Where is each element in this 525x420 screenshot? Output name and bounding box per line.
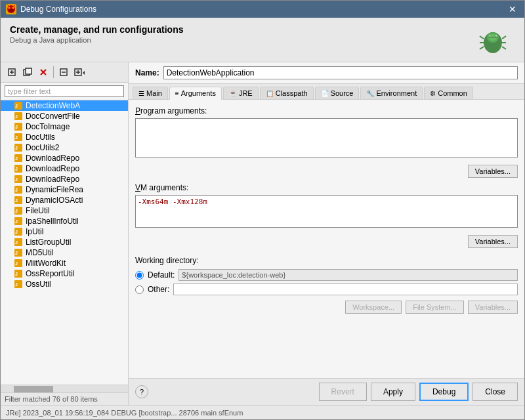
tree-item[interactable]: JMiitWordKit [1,258,128,268]
tab-main[interactable]: ☰ Main [133,87,168,99]
debug-bug-graphic [477,24,509,58]
apply-button[interactable]: Apply [371,383,415,401]
tree-item[interactable]: JIpaShellInfoUtil [1,216,128,226]
clearfix1: Variables... [135,165,518,183]
tree-item-label: OssReportUtil [26,269,75,278]
tree-item-label: DynamicIOSActi [26,196,83,205]
tree-item[interactable]: JDocToImage [1,121,128,132]
collapse-button[interactable] [56,65,71,79]
tree-item[interactable]: JDownloadRepo [1,163,128,174]
svg-text:J: J [15,209,18,213]
environment-tab-icon: 🔧 [366,90,374,97]
java-file-icon: J [14,122,23,131]
jre-tab-label: JRE [239,89,253,97]
close-icon[interactable]: ✕ [506,4,519,14]
vm-args-container [135,195,518,230]
vm-args-underline: V [135,183,140,192]
jre-tab-icon: ☕ [229,90,237,97]
tree-item[interactable]: JDocConvertFile [1,111,128,121]
svg-point-3 [9,9,14,12]
revert-button[interactable]: Revert [319,383,367,401]
classpath-tab-icon: 📋 [266,90,274,97]
filesystem-button[interactable]: File System... [406,301,464,314]
vm-args-textarea[interactable] [135,195,518,228]
bottom-left: ? [135,385,148,398]
tree-item[interactable]: JDetectionWebA [1,100,128,111]
filter-box [1,83,128,100]
tab-common[interactable]: ⚙ Common [424,87,473,99]
debug-button[interactable]: Debug [419,383,469,401]
arguments-tab-icon: ≡ [175,90,179,97]
tree-item[interactable]: JDocUtils [1,132,128,142]
tree-item-label: FileUtil [26,206,50,215]
other-dir-input[interactable] [173,284,518,295]
header-subtitle: Debug a Java application [10,36,184,44]
tree-list[interactable]: JDetectionWebAJDocConvertFileJDocToImage… [1,100,128,385]
delete-button[interactable] [36,65,51,79]
tree-item-label: DownloadRepo [26,154,79,163]
java-file-icon: J [14,133,23,142]
default-radio[interactable] [135,271,144,280]
tree-item[interactable]: JOssUtil [1,279,128,289]
svg-marker-30 [83,71,85,75]
program-args-textarea[interactable] [135,118,518,158]
tab-jre[interactable]: ☕ JRE [223,87,259,99]
tab-source[interactable]: 📄 Source [315,87,360,99]
tree-item-label: DynamicFileRea [26,185,83,194]
title-bar-left: Debug Configurations [6,4,96,14]
close-dialog-button[interactable]: Close [472,383,518,401]
svg-text:J: J [15,240,18,245]
tab-classpath[interactable]: 📋 Classpath [260,87,314,99]
clearfix2: Variables... [135,235,518,253]
tree-item[interactable]: JDownloadRepo [1,174,128,184]
workspace-button[interactable]: Workspace... [345,301,402,314]
java-file-icon: J [14,196,23,205]
tree-item-label: DetectionWebA [26,101,80,110]
tree-horizontal-scrollbar[interactable] [1,385,128,392]
tree-item-label: MiitWordKit [26,259,66,268]
java-file-icon: J [14,280,23,289]
svg-line-13 [502,36,506,39]
filter-status: Filter matched 76 of 80 items [1,392,128,405]
dir-variables-button[interactable]: Variables... [468,301,518,314]
name-input[interactable] [163,66,518,79]
status-bar: JRe] 2023_08_01 19:56:19_084 DEBUG [boot… [1,405,524,419]
svg-text:J: J [15,177,18,182]
status-text: JRe] 2023_08_01 19:56:19_084 DEBUG [boot… [6,409,243,417]
vm-variables-button[interactable]: Variables... [468,235,518,248]
tree-item-label: DocConvertFile [26,112,80,121]
tree-item[interactable]: JMD5Util [1,247,128,258]
java-file-icon: J [14,269,23,278]
java-file-icon: J [14,185,23,194]
tree-item[interactable]: JDynamicIOSActi [1,195,128,205]
tree-item[interactable]: JDynamicFileRea [1,184,128,195]
tree-item-label: MD5Util [26,248,54,257]
program-variables-button[interactable]: Variables... [468,165,518,178]
tree-item[interactable]: JDownloadRepo [1,153,128,163]
java-file-icon: J [14,227,23,236]
tree-item[interactable]: JFileUtil [1,205,128,216]
new-configuration-button[interactable] [5,65,19,79]
tree-item-label: OssUtil [26,280,51,289]
tree-item[interactable]: JIpUtil [1,226,128,237]
expand-button[interactable] [72,65,87,79]
tab-environment[interactable]: 🔧 Environment [360,87,423,99]
tree-item[interactable]: JListGroupUtil [1,237,128,247]
svg-text:J: J [15,282,18,287]
duplicate-button[interactable] [20,65,35,79]
svg-text:J: J [15,156,18,161]
java-file-icon: J [14,248,23,257]
other-radio[interactable] [135,285,144,294]
dialog-header: Create, manage, and run configurations D… [1,18,524,62]
tree-item[interactable]: JOssReportUtil [1,268,128,279]
svg-text:J: J [15,146,18,150]
svg-text:J: J [15,188,18,192]
bottom-bar: ? Revert Apply Debug Close [129,378,524,405]
left-panel: JDetectionWebAJDocConvertFileJDocToImage… [1,62,129,405]
help-button[interactable]: ? [135,385,148,398]
filter-input[interactable] [5,85,124,97]
tab-arguments[interactable]: ≡ Arguments [169,87,222,100]
tree-item[interactable]: JDocUtils2 [1,142,128,153]
java-file-icon: J [14,259,23,268]
scroll-thumb[interactable] [14,386,53,392]
